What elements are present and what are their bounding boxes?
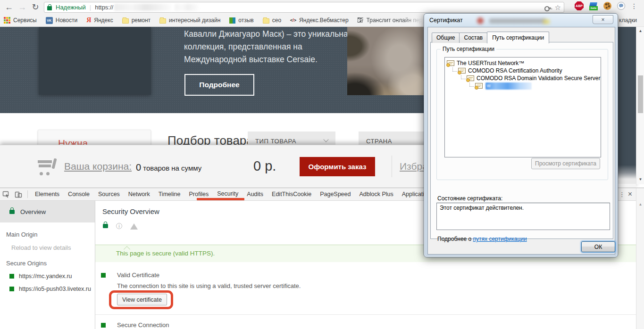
tab-details[interactable]: Состав xyxy=(459,33,487,43)
sidebar-item-overview[interactable]: Overview xyxy=(0,201,95,222)
bookmark-folder-design[interactable]: интересный дизайн xyxy=(159,17,220,24)
tab-certification-path[interactable]: Путь сертификации xyxy=(487,32,549,43)
translator-extension-icon[interactable] xyxy=(617,2,625,10)
tree-connector xyxy=(452,67,457,72)
info-icon[interactable]: i xyxy=(116,223,122,229)
certificate-status-label: Состояние сертификата: xyxy=(437,195,502,202)
folder-icon xyxy=(263,18,269,24)
password-key-icon[interactable] xyxy=(544,6,551,10)
devtools-close-icon[interactable]: × xyxy=(628,190,632,198)
omnibox-separator: | xyxy=(90,4,91,11)
bookmark-yandex[interactable]: ЯЯндекс xyxy=(86,16,113,24)
redacted-url xyxy=(114,4,172,11)
forward-icon[interactable]: → xyxy=(16,1,28,13)
glass-blur-artifact xyxy=(543,19,550,24)
cookie-extension-icon[interactable] xyxy=(603,2,611,10)
reload-icon[interactable]: ↻ xyxy=(29,1,42,13)
rus-lat-icon: РУСLAT xyxy=(358,17,364,23)
tab-network[interactable]: Network xyxy=(124,188,154,200)
glass-blur-artifact xyxy=(477,17,484,24)
hero-more-button[interactable]: Подробнее xyxy=(184,74,254,96)
sidebar-item-origin[interactable]: https://mc.yandex.ru xyxy=(9,273,95,280)
sidebar-item-origin[interactable]: https://io5-push03.livetex.ru xyxy=(9,286,95,292)
secure-lock-icon[interactable] xyxy=(103,224,108,228)
glass-blur-artifact xyxy=(489,18,546,24)
status-square-icon xyxy=(101,323,106,328)
hero-text: Кавалли Джиагуаро Маск) – это уникальная… xyxy=(184,28,359,66)
address-bar[interactable]: Надежный | https:// ☆ xyxy=(44,2,564,13)
bookmark-webmaster[interactable]: </>Яндекс.Вебмастер xyxy=(290,17,349,24)
code-icon: </> xyxy=(290,18,296,23)
certificate-tree[interactable]: The USERTrust Network™ COMODO RSA Certif… xyxy=(444,57,601,157)
tab-elements[interactable]: Elements xyxy=(31,188,64,200)
tab-audits[interactable]: Audits xyxy=(243,188,268,200)
scroll-up-icon[interactable]: ▲ xyxy=(636,202,644,206)
scroll-down-icon[interactable]: ▼ xyxy=(636,177,644,181)
more-info-line: Подробнее о путях сертификации xyxy=(437,236,527,242)
ok-button[interactable]: ОК xyxy=(581,241,615,252)
fur-photo xyxy=(347,27,424,95)
bookmark-folder-remont[interactable]: ремонт xyxy=(122,17,151,24)
tree-item-selected[interactable]: w xyxy=(446,82,600,90)
tab-adblock-plus[interactable]: Adblock Plus xyxy=(355,188,397,200)
certificate-icon xyxy=(447,60,454,66)
sidebar-secure-origins-header: Secure Origins xyxy=(6,260,95,267)
certificate-dialog: Сертификат × Общие Состав Путь сертифика… xyxy=(424,13,618,257)
tab-pagespeed[interactable]: PageSpeed xyxy=(316,188,355,200)
dialog-title: Сертификат xyxy=(429,17,463,24)
scroll-up-icon[interactable]: ▲ xyxy=(636,29,644,33)
cart-count: 0 товаров на сумму xyxy=(136,162,201,173)
security-chip[interactable]: Надежный xyxy=(56,4,86,11)
bookmark-news[interactable]: VKНовости xyxy=(46,17,77,24)
tree-item[interactable]: COMODO RSA Certification Authority xyxy=(446,67,600,74)
bookmark-star-icon[interactable]: ☆ xyxy=(555,4,561,11)
adblock-extension-icon[interactable]: ABP xyxy=(575,1,584,10)
tree-connector xyxy=(461,75,466,79)
yandex-icon: Я xyxy=(86,16,91,24)
bookmark-services[interactable]: Сервисы xyxy=(4,17,37,24)
bookmark-otzyv[interactable]: отзыв xyxy=(229,17,253,24)
devtools-menu-icon[interactable]: ⋮ xyxy=(619,191,625,198)
apps-grid-icon xyxy=(4,17,10,24)
back-icon[interactable]: ← xyxy=(3,1,15,13)
tab-timeline[interactable]: Timeline xyxy=(154,188,185,200)
toolbar-separator xyxy=(27,190,28,198)
warning-triangle-icon[interactable] xyxy=(130,220,138,230)
vk-icon: VK xyxy=(46,17,53,24)
checkout-button[interactable]: Оформить заказ xyxy=(300,157,375,176)
tab-console[interactable]: Console xyxy=(64,188,94,200)
certificate-status-box: Этот сертификат действителен. xyxy=(436,203,610,230)
tab-sources[interactable]: Sources xyxy=(94,188,124,200)
security-tab-annotation xyxy=(197,198,244,200)
tab-editthiscookie[interactable]: EditThisCookie xyxy=(268,188,316,200)
cart-icon xyxy=(37,159,57,175)
devtools-scrollbar[interactable]: ▲ xyxy=(636,188,644,329)
bookmark-folder-seo[interactable]: сео xyxy=(263,17,281,24)
cart-total: 0 р. xyxy=(253,158,276,174)
browser-toolbar: ← → ↻ Надежный | https:// ☆ ABP beta ⋮ xyxy=(0,0,644,14)
beta-extension-icon[interactable]: beta xyxy=(589,2,598,10)
screenshot-root: ← → ↻ Надежный | https:// ☆ ABP beta ⋮ xyxy=(0,0,644,329)
dialog-close-button[interactable]: × xyxy=(593,15,613,24)
certification-path-groupbox: Путь сертификации The USERTrust Network™… xyxy=(436,49,608,180)
browser-scrollbar[interactable]: ▲ ▼ xyxy=(636,27,644,184)
view-certificate-dialog-button[interactable]: Просмотр сертификата xyxy=(531,158,600,169)
inspect-element-icon[interactable] xyxy=(0,188,12,200)
url-scheme: https:// xyxy=(95,4,113,11)
chevron-down-icon xyxy=(323,137,328,142)
hero-slide-box xyxy=(39,27,151,95)
bookmark-translit[interactable]: РУСLATТранслит онлайн пер xyxy=(358,17,423,24)
tree-item-root[interactable]: The USERTrust Network™ xyxy=(446,59,600,67)
secure-square-icon xyxy=(9,287,14,291)
browser-menu-icon[interactable]: ⋮ xyxy=(631,2,637,10)
redacted-url-2 xyxy=(175,4,199,11)
cart-link[interactable]: Ваша корзина: xyxy=(64,161,132,172)
tab-general[interactable]: Общие xyxy=(432,33,460,43)
dialog-body: Общие Состав Путь сертификации Путь серт… xyxy=(427,27,615,255)
device-toolbar-icon[interactable] xyxy=(12,188,25,200)
certification-paths-link[interactable]: путях сертификации xyxy=(473,236,527,242)
tree-item[interactable]: COMODO RSA Domain Validation Secure Serv… xyxy=(446,74,600,82)
certification-path-page: Путь сертификации The USERTrust Network™… xyxy=(430,42,613,239)
scrollbar-thumb[interactable] xyxy=(638,75,643,113)
other-bookmarks-partial-label[interactable]: кладки xyxy=(619,17,637,24)
